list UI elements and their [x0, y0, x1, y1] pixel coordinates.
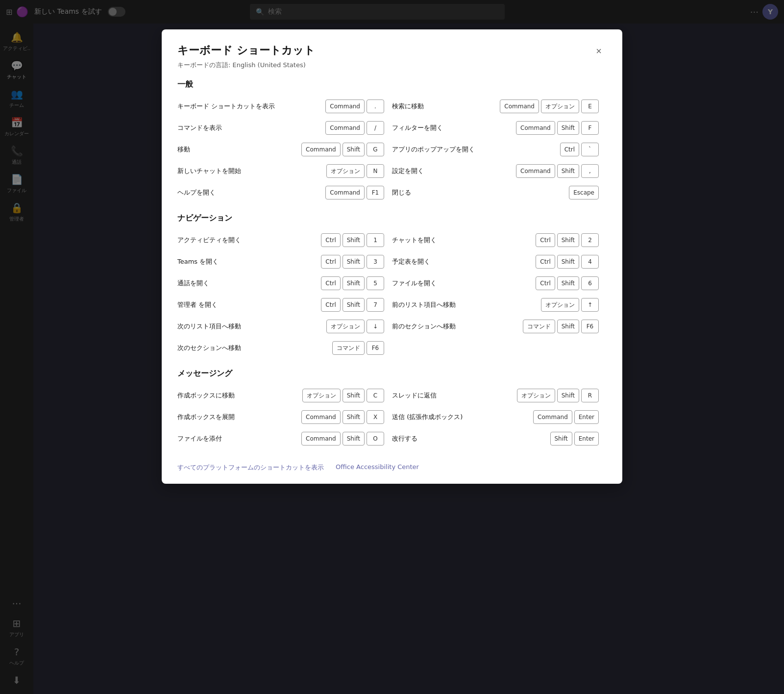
key-ctrl: Ctrl [321, 255, 340, 269]
shortcut-row: ファイルを添付 Command Shift O [177, 428, 392, 449]
shortcut-label: 設定を開く [392, 167, 516, 175]
key-option: オプション [326, 164, 365, 178]
key-down: ↓ [367, 320, 384, 333]
shortcut-keys: オプション N [326, 164, 384, 178]
shortcut-row: Teams を開く Ctrl Shift 3 [177, 251, 392, 273]
shortcut-row: コマンドを表示 Command / [177, 117, 392, 139]
key-ctrl: Ctrl [321, 276, 340, 290]
shortcut-label: 通話を開く [177, 279, 321, 288]
shortcut-label: 管理者 を開く [177, 300, 321, 309]
key-2: 2 [581, 233, 599, 247]
key-x: X [367, 410, 384, 424]
messaging-shortcuts-grid: 作成ボックスに移動 オプション Shift C スレッドに返信 オプション Sh… [177, 385, 607, 449]
key-4: 4 [581, 255, 599, 269]
shortcut-label: 次のリスト項目へ移動 [177, 322, 326, 331]
key-command: Command [516, 164, 555, 178]
key-enter: Enter [574, 410, 599, 424]
shortcut-keys: Command Shift F [516, 121, 599, 135]
shortcut-keys: Ctrl Shift 1 [321, 233, 384, 247]
key-command-ja: コマンド [523, 320, 555, 333]
key-o: O [367, 432, 384, 446]
modal-overlay[interactable]: キーボード ショートカット × キーボードの言語: English (Unite… [0, 0, 784, 694]
key-backtick: ` [581, 143, 599, 156]
key-shift: Shift [557, 164, 579, 178]
key-6: 6 [581, 276, 599, 290]
key-shift: Shift [557, 121, 579, 135]
shortcut-label: ヘルプを開く [177, 188, 325, 197]
close-button[interactable]: × [591, 43, 607, 59]
key-ctrl: Ctrl [560, 143, 579, 156]
shortcut-keys: Ctrl Shift 7 [321, 298, 384, 312]
shortcut-label: 検索に移動 [392, 102, 500, 111]
shortcut-keys: オプション Shift C [302, 389, 384, 402]
key-shift: Shift [343, 410, 365, 424]
shortcut-label: 閉じる [392, 188, 569, 197]
key-slash: / [367, 121, 384, 135]
key-1: 1 [367, 233, 384, 247]
shortcut-keys: Ctrl Shift 2 [536, 233, 599, 247]
shortcut-row: ヘルプを開く Command F1 [177, 182, 392, 203]
key-ctrl: Ctrl [536, 233, 555, 247]
shortcut-label: フィルターを開く [392, 124, 516, 132]
shortcut-row: チャットを開く Ctrl Shift 2 [392, 229, 607, 251]
key-command: Command [516, 121, 555, 135]
key-shift: Shift [343, 255, 365, 269]
shortcut-label: キーボード ショートカットを表示 [177, 102, 325, 111]
key-f1: F1 [367, 186, 384, 199]
shortcut-row: 送信 (拡張作成ボックス) Command Enter [392, 406, 607, 428]
shortcut-keys: Ctrl Shift 5 [321, 276, 384, 290]
section-heading-messaging: メッセージング [177, 369, 607, 379]
shortcut-keys: コマンド F6 [332, 341, 384, 355]
shortcut-keys: Command F1 [325, 186, 384, 199]
key-shift: Shift [557, 233, 579, 247]
shortcut-label: 送信 (拡張作成ボックス) [392, 413, 533, 421]
general-shortcuts-grid: キーボード ショートカットを表示 Command . 検索に移動 Command… [177, 96, 607, 203]
key-7: 7 [367, 298, 384, 312]
shortcut-keys: Command Shift X [301, 410, 384, 424]
shortcut-keys: Command / [325, 121, 384, 135]
shortcut-label: 新しいチャットを開始 [177, 167, 326, 175]
shortcut-label: 作成ボックスに移動 [177, 391, 302, 400]
shortcut-keys: Shift Enter [550, 432, 599, 446]
shortcut-row: 改行する Shift Enter [392, 428, 607, 449]
key-shift: Shift [557, 255, 579, 269]
key-3: 3 [367, 255, 384, 269]
shortcut-keys: Command Enter [533, 410, 599, 424]
shortcut-row: 設定を開く Command Shift , [392, 160, 607, 182]
key-shift: Shift [343, 233, 365, 247]
key-command: Command [500, 99, 539, 113]
modal-subtitle: キーボードの言語: English (United States) [177, 61, 607, 70]
shortcut-keys: Ctrl Shift 3 [321, 255, 384, 269]
key-5: 5 [367, 276, 384, 290]
key-command: Command [301, 143, 341, 156]
shortcut-keys: Ctrl Shift 6 [536, 276, 599, 290]
navigation-shortcuts-grid: アクティビティを開く Ctrl Shift 1 チャットを開く Ctrl Shi… [177, 229, 607, 359]
shortcut-label: 移動 [177, 145, 301, 154]
shortcut-row: 管理者 を開く Ctrl Shift 7 [177, 294, 392, 316]
key-enter: Enter [574, 432, 599, 446]
shortcut-keys: コマンド Shift F6 [523, 320, 599, 333]
key-f6: F6 [367, 341, 384, 355]
key-shift: Shift [343, 143, 365, 156]
key-command: Command [325, 186, 365, 199]
accessibility-center-link[interactable]: Office Accessibility Center [336, 463, 419, 472]
shortcut-label: 改行する [392, 434, 550, 443]
shortcut-row: 作成ボックスを展開 Command Shift X [177, 406, 392, 428]
key-r: R [581, 389, 599, 402]
key-n: N [367, 164, 384, 178]
shortcut-label: 前のリスト項目へ移動 [392, 300, 541, 309]
shortcut-label: Teams を開く [177, 257, 321, 266]
all-platforms-link[interactable]: すべてのプラットフォームのショートカットを表示 [177, 463, 324, 472]
modal-footer: すべてのプラットフォームのショートカットを表示 Office Accessibi… [177, 459, 607, 472]
key-option: オプション [326, 320, 365, 333]
key-shift: Shift [343, 432, 365, 446]
key-e: E [581, 99, 599, 113]
shortcut-label: アプリのポップアップを開く [392, 145, 560, 154]
shortcut-keys: Command Shift O [301, 432, 384, 446]
shortcut-keys: Escape [569, 186, 599, 199]
shortcut-row: 前のリスト項目へ移動 オプション ↑ [392, 294, 607, 316]
shortcut-label: 次のセクションへ移動 [177, 344, 332, 352]
key-c: C [367, 389, 384, 402]
shortcut-keys: オプション ↓ [326, 320, 384, 333]
key-command: Command [301, 432, 341, 446]
